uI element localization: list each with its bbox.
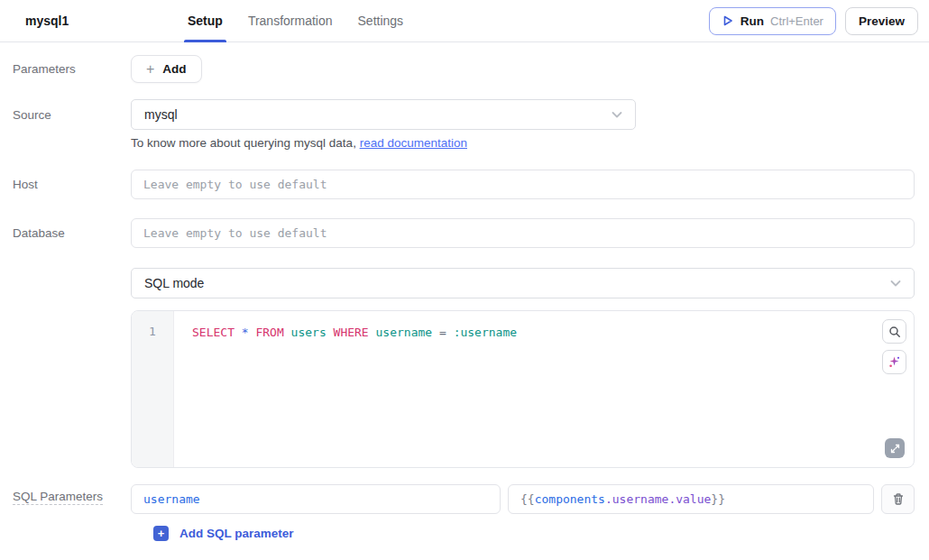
database-input[interactable] bbox=[131, 218, 915, 248]
tab-transformation[interactable]: Transformation bbox=[248, 0, 333, 42]
add-sql-parameter-button[interactable]: + Add SQL parameter bbox=[153, 526, 294, 541]
database-label: Database bbox=[0, 218, 131, 242]
run-button[interactable]: Run Ctrl+Enter bbox=[709, 7, 836, 35]
plus-icon: + bbox=[146, 62, 154, 77]
editor-search-button[interactable] bbox=[882, 319, 906, 344]
sql-parameter-row: {{components.username.value}} bbox=[131, 484, 915, 514]
tab-setup[interactable]: Setup bbox=[188, 0, 223, 42]
sql-mode-value: SQL mode bbox=[144, 276, 204, 290]
sql-code-editor[interactable]: 1 SELECT * FROM users WHERE username = :… bbox=[131, 310, 915, 468]
chevron-down-icon bbox=[888, 276, 903, 290]
run-shortcut: Ctrl+Enter bbox=[770, 14, 823, 28]
tab-settings[interactable]: Settings bbox=[358, 0, 404, 42]
sql-token: WHERE bbox=[334, 326, 369, 339]
ai-sparkle-icon bbox=[888, 355, 901, 369]
editor-gutter: 1 bbox=[132, 311, 174, 467]
source-label: Source bbox=[0, 99, 131, 124]
expand-icon bbox=[890, 444, 900, 454]
sql-mode-select[interactable]: SQL mode bbox=[131, 268, 915, 298]
source-helper-prefix: To know more about querying mysql data, bbox=[131, 136, 360, 150]
sql-parameters-label: SQL Parameters bbox=[0, 484, 131, 505]
sql-token: users bbox=[291, 326, 327, 339]
preview-button[interactable]: Preview bbox=[845, 7, 918, 35]
query-title: mysql1 bbox=[25, 14, 162, 28]
binding-root: components bbox=[535, 492, 605, 506]
code-line[interactable]: SELECT * FROM users WHERE username = :us… bbox=[174, 311, 914, 467]
binding-open-brace: {{ bbox=[520, 492, 535, 506]
binding-close-brace: }} bbox=[711, 492, 725, 506]
editor-ai-assist-button[interactable] bbox=[882, 350, 906, 374]
chevron-down-icon bbox=[610, 107, 624, 122]
editor-expand-button[interactable] bbox=[885, 438, 905, 458]
add-parameter-label: Add bbox=[162, 62, 186, 76]
trash-icon bbox=[892, 492, 905, 506]
sql-token: SELECT bbox=[192, 326, 235, 339]
parameters-label: Parameters bbox=[0, 55, 131, 78]
plus-icon: + bbox=[153, 526, 169, 541]
query-header: mysql1 Setup Transformation Settings Run… bbox=[0, 0, 929, 42]
delete-parameter-button[interactable] bbox=[881, 484, 915, 514]
sql-token: * bbox=[242, 326, 249, 339]
search-icon bbox=[888, 326, 901, 338]
host-label: Host bbox=[0, 170, 131, 193]
host-input[interactable] bbox=[131, 170, 915, 199]
sql-parameter-value-input[interactable]: {{components.username.value}} bbox=[508, 484, 874, 514]
play-icon bbox=[722, 14, 734, 27]
sql-parameters-label-text: SQL Parameters bbox=[13, 490, 103, 505]
source-helper-text: To know more about querying mysql data, … bbox=[131, 136, 915, 150]
sql-token: FROM bbox=[255, 326, 283, 339]
line-number: 1 bbox=[149, 325, 156, 338]
add-parameter-button[interactable]: + Add bbox=[131, 55, 202, 83]
source-select-value: mysql bbox=[144, 107, 178, 122]
sql-token: username bbox=[376, 326, 433, 339]
run-label: Run bbox=[740, 14, 764, 28]
add-sql-parameter-label: Add SQL parameter bbox=[179, 527, 294, 540]
header-actions: Run Ctrl+Enter Preview bbox=[709, 7, 918, 35]
sql-token: = bbox=[439, 326, 446, 339]
setup-panel: Parameters + Add Source mysql To know mo… bbox=[0, 42, 929, 541]
sql-parameter-name-input[interactable] bbox=[131, 484, 501, 514]
source-select[interactable]: mysql bbox=[131, 99, 636, 130]
sql-token: :username bbox=[454, 326, 517, 339]
tab-bar: Setup Transformation Settings bbox=[188, 0, 403, 42]
binding-path: .username.value bbox=[605, 492, 711, 506]
read-documentation-link[interactable]: read documentation bbox=[360, 136, 467, 150]
